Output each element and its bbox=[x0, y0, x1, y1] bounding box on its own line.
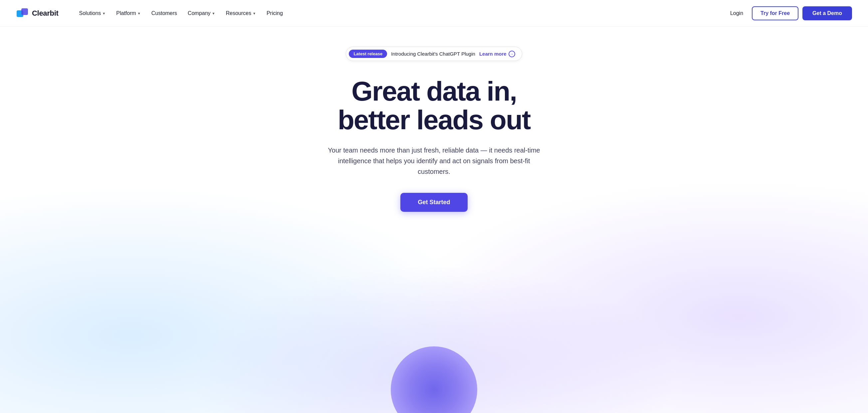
announcement-text: Introducing Clearbit's ChatGPT Plugin bbox=[391, 51, 475, 57]
logo-icon bbox=[16, 7, 29, 20]
arrow-circle-icon: → bbox=[508, 51, 515, 57]
nav-item-customers[interactable]: Customers bbox=[147, 8, 182, 19]
main-nav: Clearbit Solutions ▼ Platform ▼ Customer… bbox=[0, 0, 868, 27]
nav-item-resources[interactable]: Resources ▼ bbox=[221, 8, 260, 19]
nav-links: Solutions ▼ Platform ▼ Customers Company… bbox=[74, 8, 725, 19]
latest-release-badge: Latest release bbox=[349, 50, 387, 58]
chevron-down-icon: ▼ bbox=[102, 12, 105, 15]
nav-item-solutions[interactable]: Solutions ▼ bbox=[74, 8, 111, 19]
nav-item-pricing[interactable]: Pricing bbox=[262, 8, 287, 19]
try-free-button[interactable]: Try for Free bbox=[752, 6, 799, 20]
chevron-down-icon: ▼ bbox=[253, 12, 256, 15]
hero-subtext: Your team needs more than just fresh, re… bbox=[321, 145, 547, 177]
announcement-banner: Latest release Introducing Clearbit's Ch… bbox=[346, 47, 522, 61]
chevron-down-icon: ▼ bbox=[212, 12, 215, 15]
logo-link[interactable]: Clearbit bbox=[16, 7, 59, 20]
bottom-orb-decoration bbox=[391, 346, 477, 413]
nav-right: Login Try for Free Get a Demo bbox=[725, 6, 852, 20]
brand-name: Clearbit bbox=[32, 9, 59, 18]
get-started-button[interactable]: Get Started bbox=[400, 193, 467, 212]
hero-section: Latest release Introducing Clearbit's Ch… bbox=[0, 27, 868, 413]
login-button[interactable]: Login bbox=[725, 8, 748, 19]
nav-item-company[interactable]: Company ▼ bbox=[183, 8, 220, 19]
nav-item-platform[interactable]: Platform ▼ bbox=[112, 8, 145, 19]
svg-rect-1 bbox=[21, 8, 28, 15]
learn-more-link[interactable]: Learn more → bbox=[479, 51, 515, 57]
chevron-down-icon: ▼ bbox=[137, 12, 141, 15]
get-demo-button[interactable]: Get a Demo bbox=[802, 6, 852, 20]
hero-headline: Great data in, better leads out bbox=[338, 77, 530, 134]
